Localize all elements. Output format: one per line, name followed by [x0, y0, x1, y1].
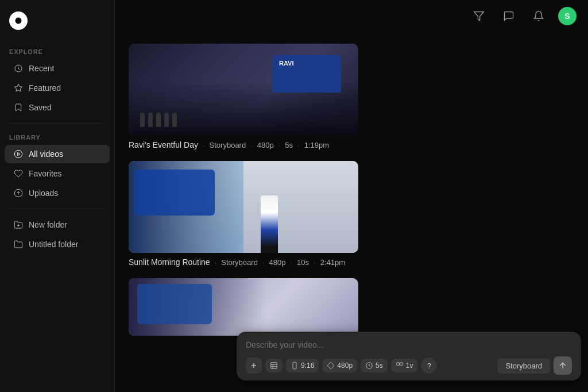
variant-label: 1v	[406, 362, 413, 370]
bell-button[interactable]	[528, 6, 549, 26]
phone-icon	[291, 362, 299, 370]
storyboard-button[interactable]: Storyboard	[497, 358, 550, 374]
sidebar-divider-2	[9, 209, 105, 209]
send-button[interactable]	[554, 356, 572, 375]
aspect-ratio-button[interactable]: 9:16	[286, 359, 319, 372]
person-graphic	[261, 195, 278, 253]
sidebar-item-label: Featured	[29, 83, 61, 93]
sidebar-item-saved[interactable]: Saved	[5, 98, 110, 117]
sidebar-item-uploads[interactable]: Uploads	[5, 184, 110, 202]
diamond-icon	[327, 362, 335, 370]
resolution-button[interactable]: 480p	[322, 359, 357, 372]
video-title: Ravi's Eventful Day	[129, 140, 198, 149]
video-meta: Ravi's Eventful Day · Storyboard · 480p …	[129, 140, 503, 149]
star-icon	[14, 83, 23, 93]
sidebar-item-recent[interactable]: Recent	[5, 59, 110, 78]
bell-icon	[533, 10, 544, 22]
sidebar: Explore Recent Featured Saved Library Al…	[0, 0, 115, 392]
upload-icon	[14, 189, 23, 198]
video-prompt-input[interactable]	[246, 340, 572, 349]
sidebar-item-label: All videos	[29, 149, 63, 159]
sidebar-item-label: Recent	[29, 64, 54, 73]
thumbnail-image	[129, 161, 358, 253]
video-type: Storyboard	[221, 258, 258, 267]
sidebar-folder-label: Untitled folder	[29, 240, 78, 249]
bookmark-icon	[14, 103, 23, 112]
sidebar-item-untitled-folder[interactable]: Untitled folder	[5, 235, 110, 253]
sidebar-folder-label: New folder	[29, 220, 67, 229]
video-card: Ravi's Eventful Day · Storyboard · 480p …	[129, 44, 503, 149]
sidebar-item-label: Uploads	[29, 189, 58, 198]
video-time: 2:41pm	[320, 258, 345, 267]
clock-icon	[14, 64, 23, 73]
chat-button[interactable]	[498, 6, 519, 26]
video-duration: 5s	[285, 141, 293, 149]
svg-rect-13	[397, 363, 400, 366]
input-bar: + 9:16 480p 5s 1v	[237, 332, 581, 381]
video-icon	[14, 149, 23, 159]
sidebar-item-featured[interactable]: Featured	[5, 79, 110, 97]
input-controls: + 9:16 480p 5s 1v	[246, 356, 572, 375]
aspect-ratio-label: 9:16	[301, 362, 314, 370]
video-resolution: 480p	[269, 258, 285, 267]
filter-button[interactable]	[469, 6, 489, 26]
video-duration: 10s	[297, 258, 309, 267]
resolution-label: 480p	[337, 362, 353, 370]
input-bar-container: + 9:16 480p 5s 1v	[230, 332, 588, 381]
sidebar-item-new-folder[interactable]: New folder	[5, 216, 110, 234]
help-icon: ?	[427, 362, 431, 370]
svg-rect-10	[293, 362, 296, 369]
bus-graphic	[272, 55, 341, 93]
video-card: Sunlit Morning Routine · Storyboard · 48…	[129, 161, 503, 267]
people-graphic	[140, 113, 177, 127]
header: S	[115, 0, 588, 32]
sidebar-item-label: Saved	[29, 103, 52, 112]
folder-icon	[14, 240, 23, 249]
sidebar-divider	[9, 123, 105, 124]
video-list: Ravi's Eventful Day · Storyboard · 480p …	[115, 32, 517, 359]
clock-icon	[365, 362, 373, 370]
video-thumbnail[interactable]	[129, 161, 358, 253]
video-title: Sunlit Morning Routine	[129, 258, 210, 267]
variant-button[interactable]: 1v	[391, 359, 418, 372]
add-button[interactable]: +	[246, 358, 262, 374]
explore-section-label: Explore	[0, 44, 114, 59]
svg-rect-6	[271, 363, 277, 369]
sidebar-item-favorites[interactable]: Favorites	[5, 164, 110, 183]
svg-point-1	[14, 150, 22, 157]
thumbnail-image	[129, 44, 358, 136]
video-time: 1:19pm	[304, 141, 329, 149]
library-section-label: Library	[0, 129, 114, 144]
filter-icon	[473, 10, 485, 22]
app-logo[interactable]	[0, 9, 114, 44]
duration-label: 5s	[376, 362, 383, 370]
chat-icon	[503, 10, 514, 22]
heart-icon	[14, 169, 23, 178]
send-icon	[558, 361, 567, 370]
duration-button[interactable]: 5s	[361, 359, 388, 372]
video-thumbnail[interactable]	[129, 44, 358, 136]
video-resolution: 480p	[257, 141, 274, 149]
video-card	[129, 278, 503, 336]
storyboard-icon	[270, 362, 278, 370]
video-meta: Sunlit Morning Routine · Storyboard · 48…	[129, 258, 503, 267]
bus-graphic	[137, 284, 212, 324]
main-content: Ravi's Eventful Day · Storyboard · 480p …	[115, 0, 588, 392]
svg-rect-14	[400, 363, 403, 366]
bus-graphic	[134, 170, 215, 216]
svg-marker-11	[328, 362, 335, 369]
video-type: Storyboard	[210, 141, 246, 149]
thumbnail-image	[129, 278, 358, 336]
avatar[interactable]: S	[558, 7, 577, 25]
storyboard-type-button[interactable]	[265, 359, 283, 372]
variant-icon	[396, 362, 404, 370]
sidebar-item-all-videos[interactable]: All videos	[5, 145, 110, 163]
video-thumbnail[interactable]	[129, 278, 358, 336]
folder-plus-icon	[14, 220, 23, 229]
sidebar-item-label: Favorites	[29, 169, 62, 178]
svg-marker-5	[474, 12, 484, 21]
help-button[interactable]: ?	[421, 358, 437, 374]
